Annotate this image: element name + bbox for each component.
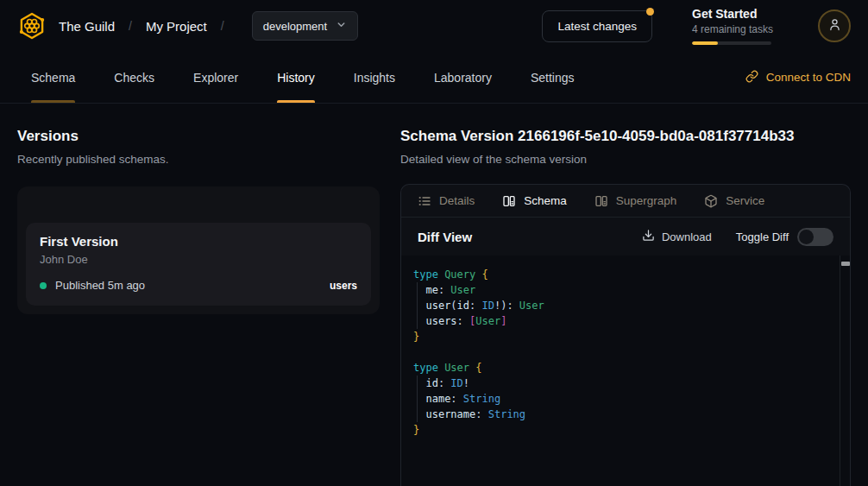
version-list-item[interactable]: First Version John Doe Published 5m ago … [26,223,371,306]
connect-to-cdn-link[interactable]: Connect to CDN [745,70,851,85]
detail-tab-service[interactable]: Service [704,194,764,208]
target-selector[interactable]: development [252,11,358,41]
versions-card: First Version John Doe Published 5m ago … [17,186,380,314]
active-tab-underline [277,100,315,103]
code-line: user(id: ID!): User [413,298,829,313]
nav-tab-label: Schema [31,71,75,85]
version-status: Published 5m ago [55,279,145,292]
nav-tab-label: Laboratory [434,71,492,85]
code-line [413,344,829,360]
latest-changes-button[interactable]: Latest changes [542,10,652,42]
versions-panel: Versions Recently published schemas. Fir… [17,128,380,486]
versions-title: Versions [17,128,380,145]
breadcrumb-separator: / [221,19,224,33]
breadcrumb-separator: / [129,19,132,33]
code-line: username: String [413,407,829,422]
code-lines: type Query { me: User user(id: ID!): Use… [413,267,829,438]
latest-changes-label: Latest changes [557,20,637,33]
columns-icon [594,194,608,208]
indent-guide [417,298,418,313]
nav-tab-explorer[interactable]: Explorer [193,52,238,103]
target-selector-value: development [263,20,327,33]
detail-tab-label: Service [726,194,764,207]
indent-guide [417,407,418,422]
version-name: First Version [40,234,357,249]
link-icon [745,70,758,85]
columns-icon [502,194,516,208]
detail-tab-schema[interactable]: Schema [502,194,567,208]
version-author: John Doe [40,253,357,266]
version-detail-card: DetailsSchemaSupergraphService Diff View… [400,184,851,486]
toggle-diff-group: Toggle Diff [736,228,833,246]
download-label: Download [662,230,712,243]
detail-tab-details[interactable]: Details [418,194,475,208]
service-badge: users [330,280,357,292]
detail-tabs: DetailsSchemaSupergraphService [401,185,850,218]
indent-guide [417,391,418,407]
diff-view-header: Diff View Download Toggle Diff [401,218,850,256]
detail-tab-label: Supergraph [616,194,677,207]
download-icon [642,229,655,244]
toggle-knob [799,230,814,244]
vertical-scrollbar[interactable] [840,256,850,486]
download-button[interactable]: Download [642,229,712,244]
target-nav: SchemaChecksExplorerHistoryInsightsLabor… [0,52,868,104]
code-line: name: String [413,391,829,407]
dim-tab-underline [31,100,75,103]
header-right-group: Latest changes Get Started 4 remaining t… [542,7,851,45]
code-line: me: User [413,282,829,298]
user-avatar-button[interactable] [818,9,851,42]
connect-to-cdn-label: Connect to CDN [766,71,851,84]
diff-view-title: Diff View [418,230,472,244]
version-detail-title: Schema Version 2166196f-5e10-4059-bd0a-0… [400,128,851,145]
version-detail-subtitle: Detailed view of the schema version [400,153,851,166]
user-icon [827,17,842,35]
code-editor[interactable]: type Query { me: User user(id: ID!): Use… [401,256,850,486]
nav-tab-insights[interactable]: Insights [354,52,395,103]
get-started-title: Get Started [692,7,778,21]
nav-tab-label: Settings [531,71,575,85]
code-line: users: [User] [413,313,829,329]
indent-guide [417,313,418,329]
box-icon [704,194,718,208]
nav-tab-settings[interactable]: Settings [531,52,575,103]
get-started-widget[interactable]: Get Started 4 remaining tasks [692,7,778,45]
nav-tab-laboratory[interactable]: Laboratory [434,52,492,103]
nav-tab-label: Checks [114,71,154,85]
version-meta-row: Published 5m ago users [40,279,357,292]
org-breadcrumb[interactable]: The Guild [59,19,115,34]
nav-tab-checks[interactable]: Checks [114,52,154,103]
versions-subtitle: Recently published schemas. [17,153,380,166]
app-root: The Guild / My Project / development Lat… [0,0,868,486]
published-status-dot [40,282,47,289]
guild-logo-icon[interactable] [17,11,47,41]
project-breadcrumb[interactable]: My Project [146,19,207,34]
get-started-progress-fill [692,41,718,45]
get-started-progress-bar [692,41,771,45]
detail-tab-supergraph[interactable]: Supergraph [594,194,677,208]
nav-tab-label: Explorer [193,71,238,85]
chevron-down-icon [336,19,347,33]
get-started-subtitle: 4 remaining tasks [692,23,778,35]
toggle-diff-label: Toggle Diff [736,230,789,243]
scrollbar-thumb[interactable] [841,262,850,266]
toggle-diff-switch[interactable] [797,228,833,246]
indent-guide [417,282,418,298]
version-detail-panel: Schema Version 2166196f-5e10-4059-bd0a-0… [400,128,851,486]
code-line: type User { [413,360,829,376]
code-line: } [413,329,829,344]
nav-tab-schema[interactable]: Schema [31,52,75,103]
list-icon [418,194,431,208]
notification-dot [646,8,654,16]
code-line: id: ID! [413,376,829,391]
detail-tab-label: Schema [524,194,567,207]
indent-guide [417,376,418,391]
nav-tab-history[interactable]: History [277,52,315,103]
nav-tab-label: History [277,71,315,85]
nav-tabs: SchemaChecksExplorerHistoryInsightsLabor… [31,52,575,103]
code-line: type Query { [413,267,829,282]
top-header: The Guild / My Project / development Lat… [0,0,868,52]
diff-controls: Download Toggle Diff [642,228,833,246]
nav-tab-label: Insights [354,71,395,85]
code-line: } [413,422,829,438]
